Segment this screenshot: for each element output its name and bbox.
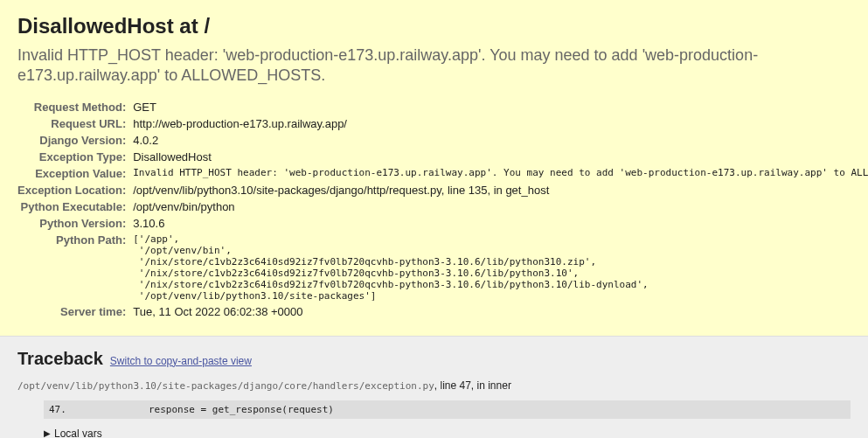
traceback-header: Traceback Switch to copy-and-paste view bbox=[17, 349, 851, 369]
python-executable-value: /opt/venv/bin/python bbox=[133, 198, 868, 215]
error-subtitle: Invalid HTTP_HOST header: 'web-productio… bbox=[17, 45, 851, 87]
code-text: response = get_response(request) bbox=[149, 404, 334, 415]
request-method-label: Request Method: bbox=[17, 99, 133, 115]
django-version-value: 4.0.2 bbox=[133, 132, 868, 149]
python-version-label: Python Version: bbox=[17, 215, 133, 232]
exception-value-label: Exception Value: bbox=[17, 165, 133, 182]
local-vars-label: Local vars bbox=[54, 428, 102, 438]
python-executable-label: Python Executable: bbox=[17, 198, 133, 215]
request-url-label: Request URL: bbox=[17, 115, 133, 132]
exception-value-value: Invalid HTTP_HOST header: 'web-productio… bbox=[133, 165, 868, 182]
request-method-value: GET bbox=[133, 99, 868, 115]
switch-view-link[interactable]: Switch to copy-and-paste view bbox=[110, 355, 252, 367]
frame-suffix: , line 47, in inner bbox=[434, 379, 511, 392]
traceback-frame[interactable]: /opt/venv/lib/python3.10/site-packages/d… bbox=[17, 379, 851, 392]
triangle-right-icon: ▶ bbox=[44, 428, 51, 438]
error-title: DisallowedHost at / bbox=[17, 14, 851, 38]
code-context-line[interactable]: 47. response = get_response(request) bbox=[44, 400, 851, 419]
exception-type-value: DisallowedHost bbox=[133, 149, 868, 165]
code-lineno: 47. bbox=[44, 404, 149, 415]
python-version-value: 3.10.6 bbox=[133, 215, 868, 232]
python-path-label: Python Path: bbox=[17, 232, 133, 303]
traceback-heading: Traceback bbox=[17, 349, 103, 369]
exception-location-value: /opt/venv/lib/python3.10/site-packages/d… bbox=[133, 182, 868, 198]
exception-location-label: Exception Location: bbox=[17, 182, 133, 198]
error-summary: DisallowedHost at / Invalid HTTP_HOST he… bbox=[0, 0, 868, 337]
request-url-value: http://web-production-e173.up.railway.ap… bbox=[133, 115, 868, 132]
meta-table: Request Method: GET Request URL: http://… bbox=[17, 99, 868, 320]
exception-type-label: Exception Type: bbox=[17, 149, 133, 165]
django-version-label: Django Version: bbox=[17, 132, 133, 149]
python-path-value: ['/app', '/opt/venv/bin', '/nix/store/c1… bbox=[133, 232, 868, 303]
server-time-label: Server time: bbox=[17, 303, 133, 320]
frame-file: /opt/venv/lib/python3.10/site-packages/d… bbox=[17, 380, 434, 392]
traceback-section: Traceback Switch to copy-and-paste view … bbox=[0, 337, 868, 438]
local-vars-toggle[interactable]: ▶ Local vars bbox=[44, 428, 851, 438]
server-time-value: Tue, 11 Oct 2022 06:02:38 +0000 bbox=[133, 303, 868, 320]
